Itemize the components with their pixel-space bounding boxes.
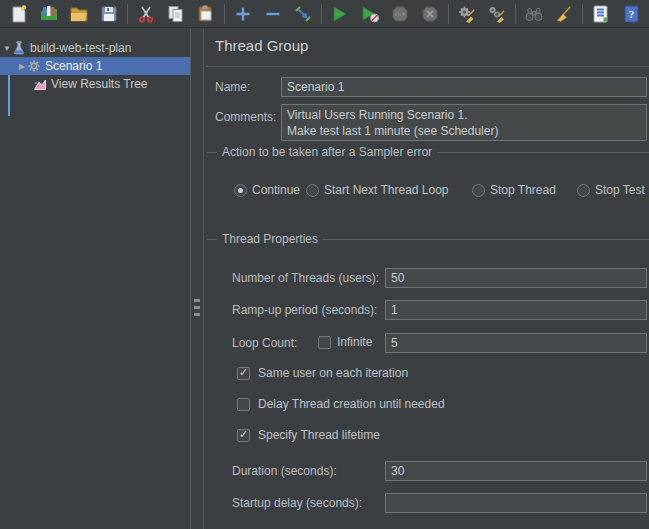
duration-input[interactable] — [385, 461, 647, 481]
radio-continue[interactable]: Continue — [234, 183, 300, 197]
new-file-button[interactable] — [4, 2, 34, 26]
toolbar-separator — [448, 4, 449, 24]
specify-lifetime-label: Specify Thread lifetime — [258, 428, 380, 442]
templates-button[interactable] — [34, 2, 64, 26]
radio-label: Stop Thread — [490, 183, 556, 197]
radio-icon — [234, 184, 247, 197]
loop-count-label: Loop Count: — [232, 336, 297, 350]
infinite-checkbox-row[interactable]: Infinite — [318, 335, 372, 349]
radio-stop-thread[interactable]: Stop Thread — [472, 183, 556, 197]
collapse-all-button[interactable] — [258, 2, 288, 26]
ramp-up-label: Ramp-up period (seconds): — [232, 303, 377, 317]
splitter-grip-dot — [194, 299, 200, 302]
checkbox-icon — [237, 398, 250, 411]
shutdown-button[interactable] — [415, 2, 445, 26]
radio-stop-test[interactable]: Stop Test — [577, 183, 645, 197]
paste-icon — [196, 4, 216, 24]
checkbox-icon — [237, 429, 250, 442]
start-no-pauses-icon — [360, 4, 380, 24]
toolbar-separator — [127, 4, 128, 24]
collapse-arrow-icon[interactable]: ▼ — [2, 44, 12, 53]
expand-all-button[interactable] — [228, 2, 258, 26]
toolbar-separator — [321, 4, 322, 24]
radio-icon — [306, 184, 319, 197]
delay-thread-creation-checkbox-row[interactable]: Delay Thread creation until needed — [237, 397, 445, 411]
reset-broom-icon — [554, 4, 574, 24]
clear-button[interactable] — [452, 2, 482, 26]
clear-broom-icon — [457, 4, 477, 24]
clear-all-button[interactable] — [482, 2, 512, 26]
start-no-pauses-button[interactable] — [355, 2, 385, 26]
binoculars-icon — [523, 4, 545, 24]
specify-lifetime-checkbox-row[interactable]: Specify Thread lifetime — [237, 428, 380, 442]
tree-item-test-plan[interactable]: ▼ build-web-test-plan — [0, 39, 190, 57]
radio-label: Stop Test — [595, 183, 645, 197]
same-user-label: Same user on each iteration — [258, 366, 408, 380]
splitter-grip-dot — [194, 313, 200, 316]
toolbar-separator — [582, 4, 583, 24]
tree-item-scenario-1[interactable]: ▶ Scenario 1 — [0, 57, 190, 75]
open-folder-icon — [69, 4, 89, 24]
sampler-error-group-title: Action to be taken after a Sampler error — [217, 145, 437, 159]
startup-delay-input[interactable] — [385, 493, 647, 513]
page-title: Thread Group — [215, 37, 308, 54]
loop-count-input[interactable] — [385, 333, 647, 353]
number-of-threads-label: Number of Threads (users): — [232, 271, 379, 285]
toggle-arrows-icon — [293, 4, 313, 24]
help-button[interactable]: ? — [616, 2, 646, 26]
radio-start-next-thread-loop[interactable]: Start Next Thread Loop — [306, 183, 449, 197]
thread-group-icon — [27, 59, 41, 73]
cut-button[interactable] — [131, 2, 161, 26]
tree-item-label: Scenario 1 — [45, 59, 102, 73]
paste-button[interactable] — [191, 2, 221, 26]
comments-label: Comments: — [215, 110, 276, 124]
cut-icon — [136, 4, 156, 24]
svg-text:STOP: STOP — [394, 11, 406, 16]
search-button[interactable] — [519, 2, 549, 26]
start-icon — [330, 4, 350, 24]
duration-label: Duration (seconds): — [232, 464, 337, 478]
radio-icon — [577, 184, 590, 197]
copy-button[interactable] — [161, 2, 191, 26]
toggle-button[interactable] — [288, 2, 318, 26]
radio-icon — [472, 184, 485, 197]
same-user-checkbox-row[interactable]: Same user on each iteration — [237, 366, 408, 380]
splitter-grip-dot — [194, 306, 200, 309]
name-input[interactable] — [281, 77, 647, 97]
help-book-icon: ? — [621, 4, 641, 24]
save-button[interactable] — [94, 2, 124, 26]
ramp-up-input[interactable] — [385, 300, 647, 320]
tree-splitter[interactable] — [190, 29, 204, 529]
title-divider — [206, 66, 649, 67]
new-file-icon — [9, 4, 29, 24]
function-helper-icon — [591, 4, 611, 24]
stop-button[interactable]: STOP — [385, 2, 415, 26]
stop-icon: STOP — [390, 4, 410, 24]
clear-all-broom-icon — [487, 4, 507, 24]
copy-icon — [166, 4, 186, 24]
infinite-label: Infinite — [337, 335, 372, 349]
search-reset-button[interactable] — [549, 2, 579, 26]
plus-icon — [233, 4, 253, 24]
number-of-threads-input[interactable] — [385, 268, 647, 288]
name-label: Name: — [215, 80, 250, 94]
start-button[interactable] — [325, 2, 355, 26]
toolbar-separator — [224, 4, 225, 24]
open-file-button[interactable] — [64, 2, 94, 26]
minus-icon — [263, 4, 283, 24]
comments-input[interactable]: Virtual Users Running Scenario 1. Make t… — [281, 104, 647, 141]
templates-icon — [39, 4, 59, 24]
radio-label: Continue — [252, 183, 300, 197]
delay-thread-creation-label: Delay Thread creation until needed — [258, 397, 445, 411]
radio-label: Start Next Thread Loop — [324, 183, 449, 197]
checkbox-icon — [318, 336, 331, 349]
thread-group-panel: Thread Group Name: Comments: Virtual Use… — [204, 29, 649, 529]
thread-properties-group-title: Thread Properties — [217, 232, 323, 246]
tree-item-label: build-web-test-plan — [30, 41, 131, 55]
expand-arrow-icon[interactable]: ▶ — [17, 62, 27, 71]
function-helper-button[interactable] — [586, 2, 616, 26]
checkbox-icon — [237, 367, 250, 380]
startup-delay-label: Startup delay (seconds): — [232, 496, 362, 510]
tree-item-view-results-tree[interactable]: View Results Tree — [0, 75, 190, 93]
toolbar: STOP ? 00:00:00 — [0, 0, 649, 28]
